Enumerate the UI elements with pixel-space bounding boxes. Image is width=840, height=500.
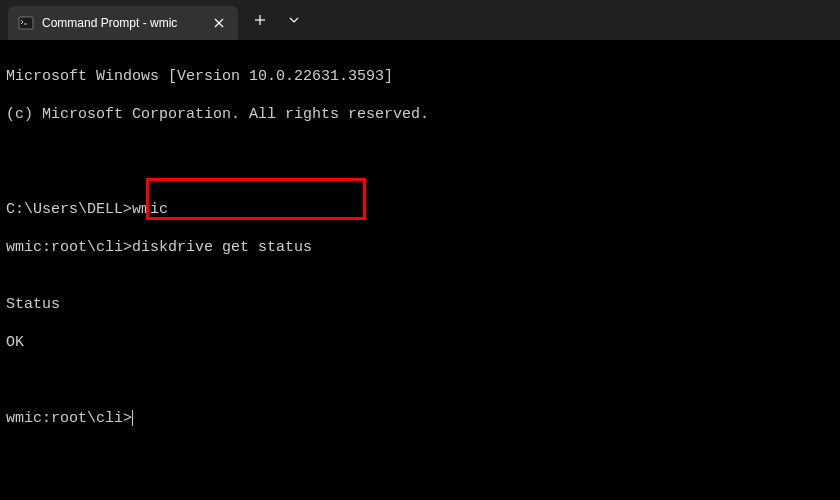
prompt-2-command: diskdrive get status: [132, 239, 312, 256]
prompt-line-3: wmic:root\cli>: [6, 409, 834, 428]
highlighted-commands: C:\Users\DELL>wmic wmic:root\cli>diskdri…: [6, 181, 312, 295]
version-line: Microsoft Windows [Version 10.0.22631.35…: [6, 67, 834, 86]
prompt-1-prefix: C:\Users\DELL>: [6, 201, 132, 218]
active-tab[interactable]: Command Prompt - wmic: [8, 6, 238, 40]
tab-title: Command Prompt - wmic: [42, 16, 202, 30]
copyright-line: (c) Microsoft Corporation. All rights re…: [6, 105, 834, 124]
terminal-output[interactable]: Microsoft Windows [Version 10.0.22631.35…: [0, 40, 840, 455]
tab-dropdown-button[interactable]: [278, 4, 310, 36]
prompt-line-2: wmic:root\cli>diskdrive get status: [6, 238, 312, 257]
titlebar-actions: [244, 4, 310, 36]
terminal-icon: [18, 15, 34, 31]
titlebar: Command Prompt - wmic: [0, 0, 840, 40]
prompt-3-prefix: wmic:root\cli>: [6, 410, 132, 427]
new-tab-button[interactable]: [244, 4, 276, 36]
prompt-line-1: C:\Users\DELL>wmic: [6, 200, 312, 219]
prompt-1-command: wmic: [132, 201, 168, 218]
cursor: [132, 410, 133, 426]
output-header: Status: [6, 295, 834, 314]
prompt-2-prefix: wmic:root\cli>: [6, 239, 132, 256]
svg-rect-0: [19, 17, 33, 29]
output-value: OK: [6, 333, 834, 352]
close-tab-button[interactable]: [210, 14, 228, 32]
